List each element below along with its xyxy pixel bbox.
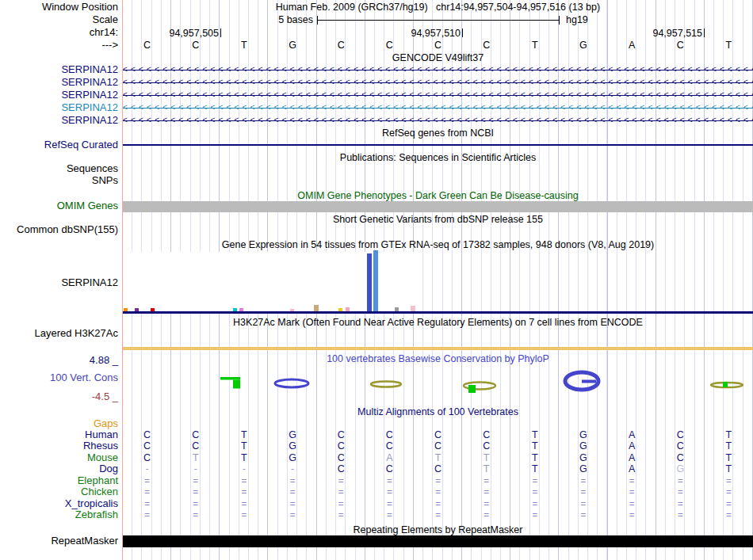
track-label-scale[interactable]: Scale [92, 14, 118, 25]
mz-rhesus-3: G [282, 440, 303, 451]
gtex-bar-11[interactable] [395, 307, 399, 311]
track-label-chrom[interactable]: chr14: [90, 27, 118, 38]
gtex-bar-3[interactable] [233, 308, 237, 311]
mz-rhesus-11: C [670, 440, 690, 451]
track-label-common-dbsnp[interactable]: Common dbSNP(155) [17, 224, 118, 235]
mz-mouse-10: A [621, 452, 642, 463]
mz-dog-10: A [621, 463, 642, 474]
track-label-human[interactable]: Human [85, 429, 118, 440]
mz-dog-12: T [718, 463, 739, 474]
track-label-refseq-curated[interactable]: RefSeq Curated [44, 139, 118, 150]
gtex-bar-7[interactable] [338, 308, 342, 311]
gtex-bar-12[interactable] [411, 306, 415, 311]
mz-zebrafish-3: = [282, 509, 303, 520]
track-label-serpina12-2[interactable]: SERPINA12 [61, 77, 118, 88]
track-label-omim-genes[interactable]: OMIM Genes [57, 200, 118, 211]
transcript-arrows-3: <<<<<<<<<<<<<<<<<<<<<<<<<<<<<<<<<<<<<<<<… [123, 101, 753, 114]
base-11: C [656, 40, 704, 51]
gtex-bar-6[interactable] [314, 305, 319, 311]
h3k27ac-signal-band[interactable] [123, 347, 753, 350]
track-label-gtex-gene[interactable]: SERPINA12 [61, 277, 118, 288]
track-label-serpina12-5[interactable]: SERPINA12 [61, 115, 118, 126]
refseq-curated-item[interactable] [123, 144, 753, 146]
mz-elephant-3: = [282, 475, 303, 486]
gtex-bar-10[interactable] [373, 250, 378, 311]
mz-rhesus-1: C [185, 440, 206, 451]
mz-human-7: C [476, 429, 497, 440]
track-label-vert-cons[interactable]: 100 Vert. Cons [50, 372, 118, 383]
mz-zebrafish-1: = [185, 509, 206, 520]
mz-rhesus-8: T [525, 440, 545, 451]
mz-dog-0: - [137, 463, 158, 474]
mz-rhesus-4: C [331, 440, 351, 451]
track-label-window-position[interactable]: Window Position [42, 2, 118, 13]
mz-chicken-9: = [573, 486, 594, 497]
mz-zebrafish-9: = [573, 509, 594, 520]
mz-x_tropicalis-7: = [476, 498, 497, 509]
mz-elephant-2: = [234, 475, 254, 486]
track-label-rhesus[interactable]: Rhesus [83, 440, 118, 451]
mz-mouse-6: T [428, 452, 449, 463]
mz-chicken-11: = [670, 486, 690, 497]
gtex-bar-2[interactable] [151, 308, 155, 311]
mz-zebrafish-6: = [428, 509, 449, 520]
mz-mouse-12: T [718, 452, 739, 463]
gtex-bar-1[interactable] [135, 308, 139, 311]
mz-dog-11: G [670, 463, 690, 474]
base-9: G [560, 40, 607, 51]
gtex-bar-4[interactable] [239, 308, 243, 311]
mz-rhesus-2: T [234, 440, 254, 451]
repeatmasker-element[interactable] [123, 535, 753, 547]
track-label-layered-h3k27ac[interactable]: Layered H3K27Ac [34, 328, 118, 339]
ruler-tick-2 [704, 29, 705, 37]
mz-mouse-1: T [185, 452, 206, 463]
track-label-cons-min[interactable]: -4.5 _ [92, 391, 118, 402]
track-label-snps[interactable]: SNPs [92, 175, 118, 186]
mz-human-0: C [137, 429, 158, 440]
genome-label: hg19 [566, 14, 588, 25]
track-label-serpina12-1[interactable]: SERPINA12 [61, 64, 118, 75]
track-label-strand[interactable]: ---> [101, 40, 118, 51]
mz-human-3: G [282, 429, 303, 440]
track-label-cons-max[interactable]: 4.88 _ [90, 355, 118, 366]
genome-browser-image[interactable]: Human Feb. 2009 (GRCh37/hg19) chr14:94,9… [0, 0, 753, 560]
gtex-bar-0[interactable] [124, 308, 128, 311]
track-label-serpina12-3[interactable]: SERPINA12 [61, 90, 118, 101]
mz-mouse-0: C [137, 452, 158, 463]
omim-gene-item[interactable] [123, 201, 753, 212]
mz-elephant-9: = [573, 475, 594, 486]
mz-zebrafish-10: = [621, 509, 642, 520]
track-label-serpina12-4[interactable]: SERPINA12 [61, 102, 118, 113]
mz-x_tropicalis-5: = [379, 498, 399, 509]
mz-elephant-1: = [185, 475, 206, 486]
mz-rhesus-7: C [476, 440, 497, 451]
gtex-baseline [123, 311, 753, 314]
track-label-mouse[interactable]: Mouse [87, 452, 118, 463]
track-label-x-tropicalis[interactable]: X_tropicalis [65, 498, 118, 509]
mz-rhesus-5: C [379, 440, 399, 451]
gtex-bar-8[interactable] [346, 307, 350, 311]
mz-human-1: C [185, 429, 206, 440]
refseq-track-title: RefSeq genes from NCBI [123, 128, 753, 139]
phylop-conservation-glyphs[interactable] [123, 364, 753, 400]
mz-elephant-0: = [137, 475, 158, 486]
repeatmasker-track-title: Repeating Elements by RepeatMasker [123, 524, 753, 535]
mz-dog-1: - [185, 463, 206, 474]
mz-human-6: C [428, 429, 449, 440]
transcript-arrows-1: <<<<<<<<<<<<<<<<<<<<<<<<<<<<<<<<<<<<<<<<… [123, 76, 753, 89]
track-label-sequences[interactable]: Sequences [67, 163, 118, 174]
track-label-zebrafish[interactable]: Zebrafish [75, 509, 118, 520]
track-label-elephant[interactable]: Elephant [78, 475, 118, 486]
track-label-repeatmasker[interactable]: RepeatMasker [51, 535, 118, 547]
mz-mouse-4: C [331, 452, 351, 463]
track-label-dog[interactable]: Dog [99, 463, 118, 474]
track-label-chicken[interactable]: Chicken [81, 486, 118, 497]
base-4: C [317, 40, 365, 51]
gtex-bar-9[interactable] [367, 253, 372, 311]
track-label-gaps[interactable]: Gaps [94, 418, 118, 429]
gtex-bar-5[interactable] [290, 309, 294, 311]
base-7: C [463, 40, 510, 51]
ruler-label-0: 94,957,505 [169, 28, 219, 39]
cons-glyph-5-square [723, 382, 728, 387]
cons-glyph-2 [371, 382, 401, 387]
